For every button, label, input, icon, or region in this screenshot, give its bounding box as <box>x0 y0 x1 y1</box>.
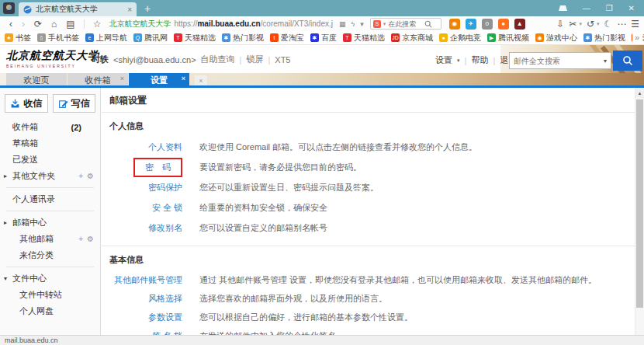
address-bar[interactable]: https://mail.buaa.edu.cn/coremail/XT3/in… <box>174 19 333 28</box>
chevron-down-icon[interactable]: ▾ <box>4 275 7 282</box>
badge-extension-icon[interactable]: 0 <box>482 19 493 30</box>
xt5-link[interactable]: XT5 <box>275 55 290 64</box>
style-link[interactable]: 风格选择 <box>102 293 182 305</box>
quick-search-input[interactable] <box>388 20 422 28</box>
night-mode-icon[interactable]: ☾ <box>604 19 612 30</box>
bird-extension-icon[interactable]: ✈ <box>466 19 476 30</box>
parameters-link[interactable]: 参数设置 <box>102 312 182 323</box>
bookmark-item[interactable]: T天猫精选 <box>174 33 216 44</box>
ghost-close-icon[interactable]: × <box>195 75 207 86</box>
bookmark-item[interactable]: ◉游戏中心 <box>535 33 577 44</box>
back-icon[interactable]: ‹ <box>9 19 12 29</box>
shopping-extension-icon[interactable]: ● <box>498 19 509 30</box>
scrollbar-thumb[interactable] <box>636 99 643 308</box>
tab-close-icon[interactable]: × <box>120 75 124 82</box>
search-icon[interactable] <box>424 20 432 28</box>
receive-mail-button[interactable]: 收信 <box>5 94 48 113</box>
engine-dropdown-icon[interactable]: ▾ <box>383 21 386 27</box>
mail-search-box[interactable]: ▾ <box>509 52 611 69</box>
chevron-right-icon[interactable]: ▸ <box>4 219 7 226</box>
add-folder-icon[interactable]: + <box>78 172 83 180</box>
pdf-extension-icon[interactable]: ▲ <box>514 19 525 30</box>
favorite-star-icon[interactable]: ☆ <box>93 19 102 29</box>
bookmark-item[interactable]: ✱热门影视 <box>583 33 625 44</box>
bookmark-item[interactable]: T天猫精选 <box>343 33 385 44</box>
screenshot-dropdown-icon[interactable]: ▾ <box>579 21 582 27</box>
bookmark-item[interactable]: ✱百度 <box>310 33 337 44</box>
lock-screen-link[interactable]: 锁屏 <box>246 54 263 65</box>
site-identity-label[interactable]: 北京航空航天大学 <box>109 19 171 30</box>
sidebar-item-mail-center[interactable]: ▸ 邮箱中心 <box>0 214 100 231</box>
screenshot-icon[interactable]: ✂ <box>569 19 576 30</box>
bookmark-item[interactable]: JD京东商城 <box>391 33 433 44</box>
other-accounts-link[interactable]: 其他邮件账号管理 <box>102 274 182 286</box>
game-center-extension-icon[interactable]: ◉ <box>449 19 460 30</box>
settings-dropdown-icon[interactable]: ▾ <box>457 57 460 64</box>
section-heading-personal: 个人信息 <box>102 113 635 137</box>
gear-icon[interactable]: ⚙ <box>87 235 94 243</box>
password-link[interactable]: 密 码 <box>145 162 171 172</box>
help-link[interactable]: 帮助 <box>471 54 488 66</box>
maximize-button[interactable]: ❐ <box>606 4 613 12</box>
minimize-button[interactable]: — <box>583 4 590 12</box>
search-scope-dropdown-icon[interactable]: ▾ <box>604 57 607 64</box>
refresh-icon[interactable]: ⟳ <box>34 19 42 29</box>
bookmark-item[interactable]: ●企鹅电竞 <box>439 33 481 44</box>
history-icon[interactable]: ↺ <box>587 19 594 30</box>
password-protect-link[interactable]: 密码保护 <box>102 182 182 193</box>
sidebar-item-file-center[interactable]: ▾ 文件中心 <box>0 270 100 287</box>
new-tab-button[interactable]: + <box>144 3 151 14</box>
compat-mode-icon[interactable]: ϟ <box>351 20 355 28</box>
browser-tab[interactable]: 北京航空航天大学 × <box>19 2 137 16</box>
mail-search-input[interactable] <box>514 57 604 65</box>
self-service-link[interactable]: 自助查询 <box>201 54 235 65</box>
security-lock-link[interactable]: 安 全 锁 <box>102 202 182 214</box>
sidebar-item-inbox[interactable]: 收件箱(2) <box>0 119 100 135</box>
more-icon[interactable]: ⋯ <box>617 19 626 30</box>
bookmark-item[interactable]: e上网导航 <box>85 33 127 44</box>
profile-link[interactable]: 个人资料 <box>102 141 182 153</box>
chevron-right-icon[interactable]: ▸ <box>4 172 7 179</box>
qr-code-icon[interactable]: ▦ <box>339 20 346 28</box>
bookmark-item[interactable]: t爱淘宝 <box>270 33 304 44</box>
gear-icon[interactable]: ⚙ <box>87 172 94 180</box>
sidebar-item-personal-drive[interactable]: 个人网盘 <box>0 303 100 319</box>
vertical-scrollbar[interactable]: ▲ <box>635 88 644 335</box>
quick-search-box[interactable]: S ▾ <box>370 18 441 30</box>
reading-list-icon[interactable]: ▤ <box>66 19 74 29</box>
skin-icon[interactable] <box>559 5 567 11</box>
tab-close-icon[interactable]: × <box>182 75 185 82</box>
home-icon[interactable]: ⌂ <box>51 19 57 29</box>
sidebar-item-mail-rules[interactable]: 来信分类 <box>0 247 100 263</box>
bookmark-item[interactable]: ★书签 <box>5 33 31 44</box>
settings-menu-button[interactable]: 设置 <box>435 54 452 66</box>
bookmark-item[interactable]: ▯手机书签 <box>37 33 79 44</box>
search-engine-icon[interactable]: S <box>373 20 381 28</box>
sidebar-item-drafts[interactable]: 草稿箱 <box>0 135 100 152</box>
scroll-up-icon[interactable]: ▲ <box>635 88 644 98</box>
sidebar-divider <box>6 267 94 267</box>
bookmark-item[interactable]: Q腾讯网 <box>133 33 168 44</box>
add-account-icon[interactable]: + <box>78 235 83 243</box>
mail-search-button[interactable] <box>613 51 642 71</box>
profile-avatar-icon[interactable] <box>3 2 15 14</box>
sidebar-item-contacts[interactable]: 个人通讯录 <box>0 191 100 207</box>
url-dropdown-icon[interactable]: ▾ <box>360 20 364 28</box>
alias-link[interactable]: 修改别名 <box>102 222 182 234</box>
window-close-button[interactable]: ✕ <box>628 4 635 12</box>
history-dropdown-icon[interactable]: ▾ <box>597 21 600 27</box>
download-icon[interactable]: ⇩ <box>556 19 564 30</box>
compose-mail-button[interactable]: 写信 <box>53 94 96 113</box>
tab-close-icon[interactable]: × <box>127 5 132 14</box>
bookmark-item[interactable]: ✱热门影视 <box>222 33 264 44</box>
sidebar-item-other-accounts[interactable]: 其他邮箱 +⚙ <box>0 231 100 247</box>
bookmarks-overflow-icon[interactable]: » <box>632 33 642 42</box>
menu-icon[interactable]: ☰ <box>631 19 639 30</box>
sidebar-item-file-transfer[interactable]: 文件中转站 <box>0 287 100 303</box>
sidebar-item-other-folders[interactable]: ▸ 其他文件夹 +⚙ <box>0 168 100 184</box>
settings-row: 风格选择 选择您喜欢的邮箱界面外观，以及所使用的语言。 <box>102 289 635 308</box>
forward-icon[interactable]: › <box>22 19 25 29</box>
sidebar: 收信 写信 收件箱(2) 草稿箱 已发送 ▸ 其他文件夹 +⚙ 个人通讯录 ▸ … <box>0 88 101 335</box>
sidebar-item-sent[interactable]: 已发送 <box>0 152 100 168</box>
bookmark-item[interactable]: ▶腾讯视频 <box>487 33 529 44</box>
